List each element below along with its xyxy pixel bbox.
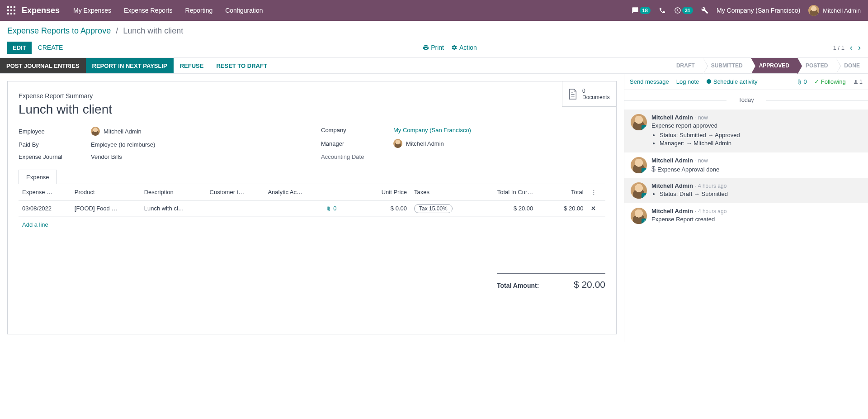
svg-rect-8 (14, 13, 15, 14)
row-delete-icon[interactable]: ✕ (587, 200, 605, 217)
debug-icon[interactable] (701, 7, 708, 14)
col-curr[interactable]: Total In Cur… (474, 184, 537, 200)
pager-prev[interactable]: ‹ (850, 43, 853, 52)
nav-expense-reports[interactable]: Expense Reports (124, 7, 172, 14)
user-avatar (808, 5, 819, 16)
message-item: Mitchell Admin - now $Expense Approval d… (624, 152, 868, 178)
message-avatar (631, 182, 647, 199)
print-label: Print (431, 44, 444, 51)
create-button[interactable]: CREATE (34, 41, 67, 54)
followers-count[interactable]: 1 (853, 78, 863, 85)
pager-next[interactable]: › (858, 43, 861, 52)
table-row[interactable]: 03/08/2022 [FOOD] Food … Lunch with cl… … (19, 200, 605, 217)
accdate-label: Accounting Date (321, 153, 393, 160)
message-bullet: Manager: → Mitchell Admin (660, 140, 862, 147)
following-button[interactable]: ✓ Following (814, 78, 846, 85)
message-bullet: Status: Draft → Submitted (660, 190, 862, 197)
message-item: Mitchell Admin - now Expense report appr… (624, 110, 868, 152)
stage-approved[interactable]: APPROVED (751, 58, 797, 73)
cell-desc: Lunch with cl… (141, 200, 206, 217)
cell-attach[interactable]: 0 (322, 200, 354, 217)
tab-expense[interactable]: Expense (19, 170, 57, 184)
message-text: $Expense Approval done (651, 165, 862, 173)
app-brand[interactable]: Expenses (22, 6, 60, 15)
post-journal-button[interactable]: POST JOURNAL ENTRIES (0, 58, 86, 73)
timeline-separator: Today (624, 90, 868, 110)
col-attach (322, 184, 354, 200)
col-taxes[interactable]: Taxes (410, 184, 474, 200)
attachments-count[interactable]: 0 (797, 78, 807, 85)
message-time: - 4 hours ago (695, 208, 727, 214)
log-note[interactable]: Log note (676, 78, 699, 85)
schedule-activity[interactable]: Schedule activity (706, 78, 757, 85)
col-desc[interactable]: Description (141, 184, 206, 200)
svg-rect-4 (10, 10, 12, 11)
cell-curr: $ 20.00 (474, 200, 537, 217)
employee-avatar (91, 127, 100, 136)
message-time: - now (695, 157, 708, 164)
breadcrumb-sep: / (116, 26, 118, 35)
stage-posted[interactable]: POSTED (797, 58, 836, 73)
company-selector[interactable]: My Company (San Francisco) (717, 7, 800, 14)
stage-done[interactable]: DONE (836, 58, 868, 73)
col-product[interactable]: Product (71, 184, 141, 200)
total-label: Total Amount: (497, 282, 539, 289)
messages-icon[interactable]: 18 (632, 7, 651, 14)
send-message[interactable]: Send message (630, 78, 669, 85)
paidby-label: Paid By (19, 141, 91, 148)
action-button[interactable]: Action (451, 44, 477, 51)
pager-text: 1 / 1 (833, 44, 844, 51)
cell-date: 03/08/2022 (19, 200, 71, 217)
cell-customer (206, 200, 264, 217)
message-author: Mitchell Admin (651, 157, 693, 164)
nav-configuration[interactable]: Configuration (225, 7, 263, 14)
chatter-panel: Send message Log note Schedule activity … (624, 74, 868, 342)
svg-rect-2 (14, 6, 15, 8)
activities-icon[interactable]: 31 (674, 7, 693, 14)
cell-total: $ 20.00 (537, 200, 587, 217)
company-value[interactable]: My Company (San Francisco) (393, 127, 471, 133)
reset-draft-button[interactable]: RESET TO DRAFT (210, 58, 273, 73)
col-unit[interactable]: Unit Price (354, 184, 410, 200)
print-button[interactable]: Print (423, 44, 444, 51)
col-analytic[interactable]: Analytic Ac… (264, 184, 322, 200)
message-time: - 4 hours ago (695, 183, 727, 189)
col-menu[interactable]: ⋮ (587, 184, 605, 200)
stage-draft[interactable]: DRAFT (668, 58, 703, 73)
col-total[interactable]: Total (537, 184, 587, 200)
svg-rect-5 (14, 10, 15, 11)
add-line[interactable]: Add a line (19, 217, 605, 233)
svg-rect-0 (7, 6, 9, 8)
breadcrumb-current: Lunch with client (123, 26, 183, 35)
phone-icon[interactable] (659, 7, 666, 14)
col-date[interactable]: Expense … (19, 184, 71, 200)
edit-button[interactable]: EDIT (7, 42, 32, 54)
nav-my-expenses[interactable]: My Expenses (73, 7, 111, 14)
status-stages: DRAFT SUBMITTED APPROVED POSTED DONE (668, 58, 868, 73)
col-customer[interactable]: Customer t… (206, 184, 264, 200)
refuse-button[interactable]: REFUSE (174, 58, 210, 73)
documents-count: 0 (582, 88, 610, 94)
control-bar: Expense Reports to Approve / Lunch with … (0, 21, 868, 57)
nav-reporting[interactable]: Reporting (185, 7, 213, 14)
breadcrumb-parent[interactable]: Expense Reports to Approve (7, 26, 111, 35)
action-label: Action (459, 44, 477, 51)
message-avatar (631, 114, 647, 130)
stage-submitted[interactable]: SUBMITTED (703, 58, 751, 73)
activities-badge: 31 (682, 7, 693, 14)
report-payslip-button[interactable]: REPORT IN NEXT PAYSLIP (86, 58, 174, 73)
documents-button[interactable]: 0 Documents (562, 81, 616, 107)
apps-icon[interactable] (7, 6, 15, 14)
svg-rect-1 (10, 6, 12, 8)
user-name: Mitchell Admin (823, 7, 861, 14)
cell-analytic (264, 200, 322, 217)
svg-rect-7 (10, 13, 12, 14)
user-menu[interactable]: Mitchell Admin (808, 5, 861, 16)
message-bullet: Status: Submitted → Approved (660, 132, 862, 138)
journal-label: Expense Journal (19, 153, 91, 160)
cell-product: [FOOD] Food … (71, 200, 141, 217)
page-title: Lunch with client (19, 102, 605, 117)
message-item: Mitchell Admin - 4 hours ago Status: Dra… (624, 178, 868, 203)
manager-avatar (393, 139, 402, 148)
form-panel: 0 Documents Expense Report Summary Lunch… (0, 74, 624, 342)
